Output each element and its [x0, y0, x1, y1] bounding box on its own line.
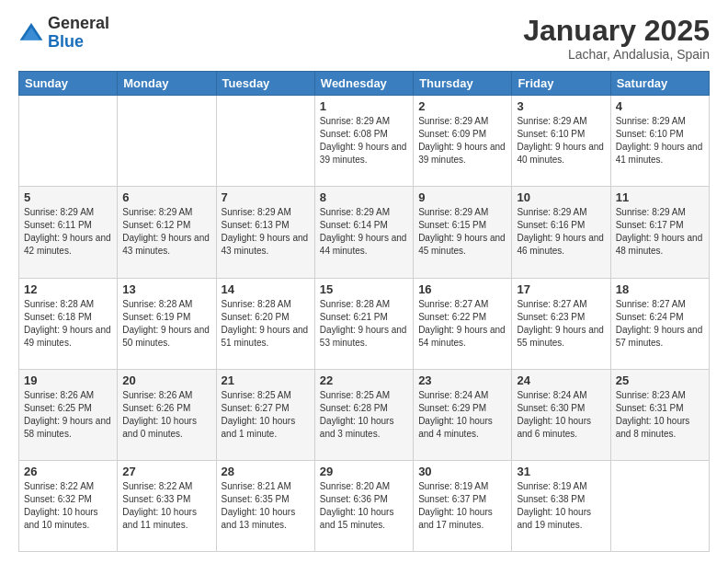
day-number: 14	[222, 282, 310, 296]
day-number: 13	[122, 282, 210, 296]
day-number: 25	[616, 373, 704, 387]
calendar-week-row: 26Sunrise: 8:22 AM Sunset: 6:32 PM Dayli…	[19, 460, 710, 551]
day-number: 6	[122, 190, 210, 204]
calendar-day-cell: 3Sunrise: 8:29 AM Sunset: 6:10 PM Daylig…	[512, 96, 610, 187]
day-info: Sunrise: 8:25 AM Sunset: 6:28 PM Dayligh…	[320, 389, 408, 441]
calendar-week-row: 5Sunrise: 8:29 AM Sunset: 6:11 PM Daylig…	[19, 187, 710, 278]
calendar-week-row: 19Sunrise: 8:26 AM Sunset: 6:25 PM Dayli…	[19, 369, 710, 460]
day-number: 23	[418, 373, 506, 387]
calendar-empty-cell	[610, 460, 709, 551]
day-number: 7	[222, 190, 310, 204]
calendar-day-cell: 26Sunrise: 8:22 AM Sunset: 6:32 PM Dayli…	[19, 460, 118, 551]
day-info: Sunrise: 8:28 AM Sunset: 6:19 PM Dayligh…	[122, 298, 210, 350]
calendar-day-cell: 31Sunrise: 8:19 AM Sunset: 6:38 PM Dayli…	[512, 460, 610, 551]
day-info: Sunrise: 8:26 AM Sunset: 6:25 PM Dayligh…	[24, 389, 112, 441]
day-info: Sunrise: 8:27 AM Sunset: 6:22 PM Dayligh…	[418, 298, 506, 350]
day-info: Sunrise: 8:19 AM Sunset: 6:38 PM Dayligh…	[517, 480, 605, 532]
day-number: 4	[616, 99, 704, 113]
title-block: January 2025 Lachar, Andalusia, Spain	[523, 15, 710, 62]
day-number: 3	[517, 99, 605, 113]
calendar-day-cell: 15Sunrise: 8:28 AM Sunset: 6:21 PM Dayli…	[314, 278, 413, 369]
logo-general-text: General	[48, 14, 109, 32]
calendar-day-cell: 2Sunrise: 8:29 AM Sunset: 6:09 PM Daylig…	[414, 96, 512, 187]
day-number: 30	[418, 465, 506, 478]
calendar-day-cell: 6Sunrise: 8:29 AM Sunset: 6:12 PM Daylig…	[118, 187, 216, 278]
day-number: 19	[24, 373, 112, 387]
day-info: Sunrise: 8:29 AM Sunset: 6:17 PM Dayligh…	[616, 206, 704, 258]
calendar-day-cell: 28Sunrise: 8:21 AM Sunset: 6:35 PM Dayli…	[216, 460, 314, 551]
calendar-day-cell: 10Sunrise: 8:29 AM Sunset: 6:16 PM Dayli…	[512, 187, 610, 278]
calendar-day-cell: 30Sunrise: 8:19 AM Sunset: 6:37 PM Dayli…	[414, 460, 512, 551]
day-number: 11	[616, 190, 704, 204]
day-info: Sunrise: 8:28 AM Sunset: 6:21 PM Dayligh…	[320, 298, 408, 350]
calendar-day-cell: 4Sunrise: 8:29 AM Sunset: 6:10 PM Daylig…	[610, 96, 709, 187]
day-info: Sunrise: 8:22 AM Sunset: 6:32 PM Dayligh…	[24, 480, 112, 532]
day-info: Sunrise: 8:29 AM Sunset: 6:09 PM Dayligh…	[418, 115, 506, 167]
page: General Blue January 2025 Lachar, Andalu…	[0, 0, 728, 563]
calendar-empty-cell	[118, 96, 216, 187]
calendar-day-cell: 14Sunrise: 8:28 AM Sunset: 6:20 PM Dayli…	[216, 278, 314, 369]
calendar-day-cell: 5Sunrise: 8:29 AM Sunset: 6:11 PM Daylig…	[19, 187, 118, 278]
calendar-day-cell: 19Sunrise: 8:26 AM Sunset: 6:25 PM Dayli…	[19, 369, 118, 460]
calendar-day-cell: 25Sunrise: 8:23 AM Sunset: 6:31 PM Dayli…	[610, 369, 709, 460]
calendar-empty-cell	[216, 96, 314, 187]
day-number: 1	[320, 99, 408, 113]
day-number: 9	[418, 190, 506, 204]
day-number: 31	[517, 465, 605, 478]
calendar-day-cell: 7Sunrise: 8:29 AM Sunset: 6:13 PM Daylig…	[216, 187, 314, 278]
day-info: Sunrise: 8:29 AM Sunset: 6:13 PM Dayligh…	[222, 206, 310, 258]
logo: General Blue	[18, 15, 109, 52]
day-info: Sunrise: 8:28 AM Sunset: 6:20 PM Dayligh…	[222, 298, 310, 350]
day-info: Sunrise: 8:29 AM Sunset: 6:15 PM Dayligh…	[418, 206, 506, 258]
day-info: Sunrise: 8:29 AM Sunset: 6:11 PM Dayligh…	[24, 206, 112, 258]
calendar-day-cell: 12Sunrise: 8:28 AM Sunset: 6:18 PM Dayli…	[19, 278, 118, 369]
weekday-header: Wednesday	[314, 72, 413, 96]
day-number: 29	[320, 465, 408, 478]
weekday-header: Thursday	[414, 72, 512, 96]
weekday-header: Saturday	[610, 72, 709, 96]
logo-icon	[18, 20, 44, 46]
day-number: 21	[222, 373, 310, 387]
day-info: Sunrise: 8:24 AM Sunset: 6:30 PM Dayligh…	[517, 389, 605, 441]
location: Lachar, Andalusia, Spain	[523, 47, 710, 62]
calendar-day-cell: 24Sunrise: 8:24 AM Sunset: 6:30 PM Dayli…	[512, 369, 610, 460]
header: General Blue January 2025 Lachar, Andalu…	[18, 15, 710, 62]
calendar-day-cell: 20Sunrise: 8:26 AM Sunset: 6:26 PM Dayli…	[118, 369, 216, 460]
day-number: 28	[222, 465, 310, 478]
day-info: Sunrise: 8:29 AM Sunset: 6:16 PM Dayligh…	[517, 206, 605, 258]
calendar-day-cell: 23Sunrise: 8:24 AM Sunset: 6:29 PM Dayli…	[414, 369, 512, 460]
day-number: 27	[122, 465, 210, 478]
day-number: 16	[418, 282, 506, 296]
calendar-table: SundayMondayTuesdayWednesdayThursdayFrid…	[18, 71, 710, 552]
day-number: 20	[122, 373, 210, 387]
calendar-week-row: 1Sunrise: 8:29 AM Sunset: 6:08 PM Daylig…	[19, 96, 710, 187]
day-info: Sunrise: 8:28 AM Sunset: 6:18 PM Dayligh…	[24, 298, 112, 350]
weekday-header: Monday	[118, 72, 216, 96]
calendar-empty-cell	[19, 96, 118, 187]
calendar-day-cell: 1Sunrise: 8:29 AM Sunset: 6:08 PM Daylig…	[314, 96, 413, 187]
calendar-day-cell: 11Sunrise: 8:29 AM Sunset: 6:17 PM Dayli…	[610, 187, 709, 278]
calendar-day-cell: 16Sunrise: 8:27 AM Sunset: 6:22 PM Dayli…	[414, 278, 512, 369]
calendar-day-cell: 27Sunrise: 8:22 AM Sunset: 6:33 PM Dayli…	[118, 460, 216, 551]
weekday-header: Friday	[512, 72, 610, 96]
day-info: Sunrise: 8:20 AM Sunset: 6:36 PM Dayligh…	[320, 480, 408, 532]
day-number: 10	[517, 190, 605, 204]
day-number: 18	[616, 282, 704, 296]
day-info: Sunrise: 8:29 AM Sunset: 6:08 PM Dayligh…	[320, 115, 408, 167]
day-number: 22	[320, 373, 408, 387]
calendar-day-cell: 21Sunrise: 8:25 AM Sunset: 6:27 PM Dayli…	[216, 369, 314, 460]
day-info: Sunrise: 8:25 AM Sunset: 6:27 PM Dayligh…	[222, 389, 310, 441]
calendar-day-cell: 17Sunrise: 8:27 AM Sunset: 6:23 PM Dayli…	[512, 278, 610, 369]
day-number: 12	[24, 282, 112, 296]
weekday-header: Tuesday	[216, 72, 314, 96]
day-number: 26	[24, 465, 112, 478]
month-year: January 2025	[523, 15, 710, 47]
calendar-day-cell: 22Sunrise: 8:25 AM Sunset: 6:28 PM Dayli…	[314, 369, 413, 460]
day-info: Sunrise: 8:19 AM Sunset: 6:37 PM Dayligh…	[418, 480, 506, 532]
day-info: Sunrise: 8:29 AM Sunset: 6:10 PM Dayligh…	[616, 115, 704, 167]
calendar-day-cell: 29Sunrise: 8:20 AM Sunset: 6:36 PM Dayli…	[314, 460, 413, 551]
calendar-header-row: SundayMondayTuesdayWednesdayThursdayFrid…	[19, 72, 710, 96]
calendar-day-cell: 18Sunrise: 8:27 AM Sunset: 6:24 PM Dayli…	[610, 278, 709, 369]
day-info: Sunrise: 8:26 AM Sunset: 6:26 PM Dayligh…	[122, 389, 210, 441]
logo-blue-text: Blue	[48, 32, 84, 51]
